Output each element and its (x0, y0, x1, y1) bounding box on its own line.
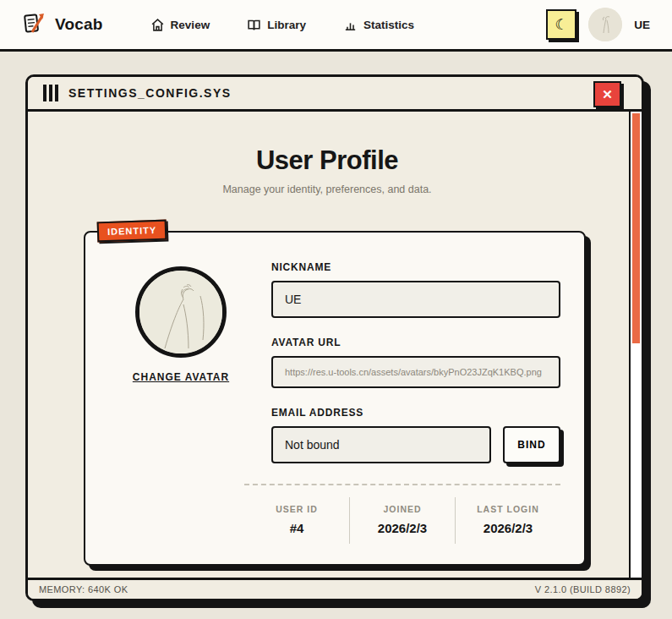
stat-label: LAST LOGIN (456, 504, 560, 514)
account-stats: USER ID #4 JOINED 2026/2/3 LAST LOGIN 20… (244, 497, 560, 544)
profile-avatar (135, 266, 227, 358)
avatar-url-input[interactable] (271, 356, 560, 388)
user-initials: UE (634, 19, 650, 31)
window-menu-icon (43, 85, 58, 101)
change-avatar-link[interactable]: CHANGE AVATAR (133, 371, 229, 383)
top-navigation: Vocab Review Library (0, 0, 672, 52)
close-icon: ✕ (602, 87, 613, 102)
settings-window: SETTINGS_CONFIG.SYS ✕ User Profile Manag… (25, 74, 644, 601)
brand-name: Vocab (55, 15, 103, 34)
nickname-label: NICKNAME (271, 261, 560, 273)
stat-label: JOINED (350, 504, 455, 514)
stat-user-id: USER ID #4 (244, 497, 349, 544)
window-statusbar: MEMORY: 640K OK V 2.1.0 (BUILD 8892) (28, 578, 642, 599)
page-subtitle: Manage your identity, preferences, and d… (60, 184, 594, 195)
stat-value: 2026/2/3 (350, 521, 455, 535)
nav-label: Library (267, 19, 306, 31)
nav-item-library[interactable]: Library (247, 18, 306, 32)
stat-last-login: LAST LOGIN 2026/2/3 (455, 497, 560, 544)
nav-label: Statistics (363, 19, 414, 31)
memory-status: MEMORY: 640K OK (39, 584, 128, 594)
page-title: User Profile (60, 145, 594, 176)
stat-value: 2026/2/3 (456, 521, 560, 535)
avatar-column: CHANGE AVATAR (109, 261, 253, 463)
window-title: SETTINGS_CONFIG.SYS (68, 86, 232, 100)
stat-joined: JOINED 2026/2/3 (349, 497, 455, 544)
nickname-input[interactable] (271, 281, 560, 318)
close-button[interactable]: ✕ (593, 81, 621, 107)
window-body: User Profile Manage your identity, prefe… (28, 112, 642, 578)
book-icon (247, 18, 261, 32)
stat-value: #4 (244, 521, 349, 535)
identity-badge: IDENTITY (97, 220, 167, 243)
dashed-divider (244, 484, 560, 485)
vertical-scrollbar[interactable] (629, 112, 642, 578)
nav-item-review[interactable]: Review (150, 18, 210, 32)
window-titlebar[interactable]: SETTINGS_CONFIG.SYS ✕ (28, 77, 642, 112)
email-input[interactable] (271, 426, 491, 463)
email-label: EMAIL ADDRESS (271, 407, 560, 419)
version-label: V 2.1.0 (BUILD 8892) (535, 584, 631, 594)
avatar-url-label: AVATAR URL (271, 337, 560, 348)
brand-logo[interactable]: Vocab (22, 9, 103, 40)
vocab-logo-icon (22, 9, 47, 40)
identity-card: IDENTITY CHANGE AVATAR (84, 231, 586, 566)
bind-button[interactable]: BIND (503, 426, 560, 463)
form-column: NICKNAME AVATAR URL EMAIL ADDRESS BIND (271, 261, 560, 463)
home-icon (150, 18, 165, 32)
nav-label: Review (171, 19, 210, 31)
user-avatar[interactable] (588, 8, 622, 41)
nav-item-statistics[interactable]: Statistics (343, 18, 414, 32)
scrollbar-thumb[interactable] (632, 113, 640, 343)
moon-icon: ☾ (555, 16, 568, 34)
topnav-right: ☾ UE (546, 8, 650, 41)
theme-toggle-button[interactable]: ☾ (546, 9, 576, 40)
main-nav: Review Library Statistics (150, 18, 414, 32)
page-main: SETTINGS_CONFIG.SYS ✕ User Profile Manag… (0, 52, 672, 616)
stat-label: USER ID (244, 504, 349, 514)
bar-chart-icon (343, 18, 358, 32)
